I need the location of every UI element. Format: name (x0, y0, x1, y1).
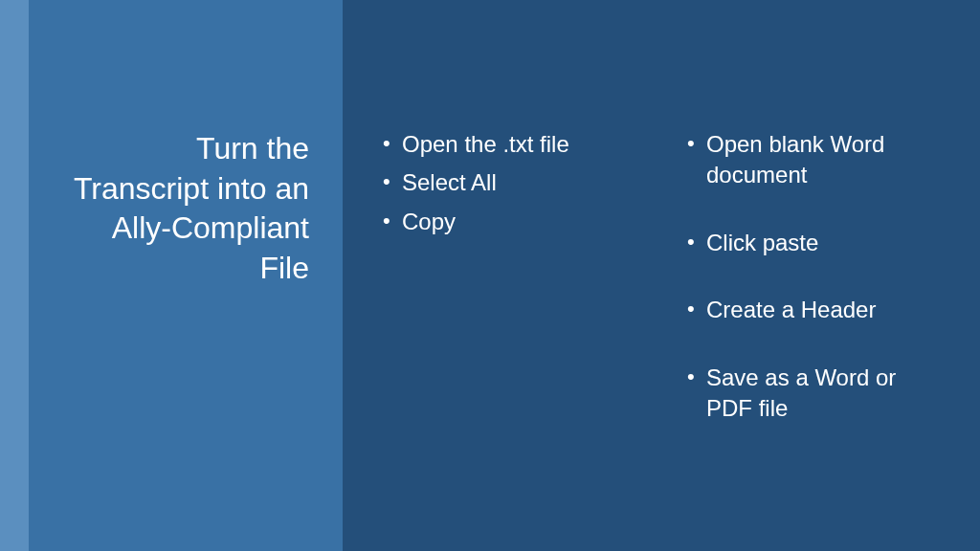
list-item: Create a Header (685, 295, 932, 325)
right-list: Open blank Word document Click paste Cre… (685, 129, 932, 424)
content-panel: Open the .txt file Select All Copy Open … (343, 0, 980, 551)
list-item: Copy (381, 207, 628, 237)
list-item: Save as a Word or PDF file (685, 363, 932, 425)
list-item: Open blank Word document (685, 129, 932, 191)
list-item: Open the .txt file (381, 129, 628, 160)
accent-strip (0, 0, 29, 551)
left-column: Open the .txt file Select All Copy (381, 129, 628, 551)
list-item: Click paste (685, 228, 932, 258)
list-item: Select All (381, 167, 628, 198)
right-column: Open blank Word document Click paste Cre… (685, 129, 932, 551)
left-list: Open the .txt file Select All Copy (381, 129, 628, 237)
slide-title: Turn the Transcript into an Ally-Complia… (67, 129, 309, 288)
title-panel: Turn the Transcript into an Ally-Complia… (29, 0, 343, 551)
